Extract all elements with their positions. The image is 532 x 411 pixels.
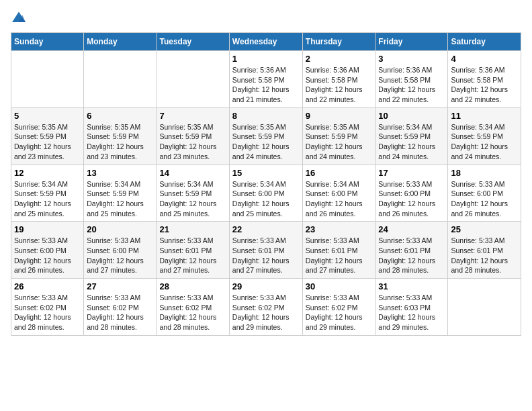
calendar-cell: 23Sunrise: 5:33 AM Sunset: 6:01 PM Dayli… [302,222,375,279]
day-info: Sunrise: 5:33 AM Sunset: 6:00 PM Dayligh… [451,179,518,219]
day-number: 13 [87,168,153,178]
day-number: 23 [306,224,373,234]
logo [11,11,30,24]
calendar-week-row: 12Sunrise: 5:34 AM Sunset: 5:59 PM Dayli… [11,165,521,222]
day-number: 22 [232,224,300,234]
day-number: 6 [87,111,153,121]
day-number: 27 [87,281,153,291]
day-info: Sunrise: 5:35 AM Sunset: 5:59 PM Dayligh… [87,122,153,162]
calendar-week-row: 26Sunrise: 5:33 AM Sunset: 6:02 PM Dayli… [11,279,521,336]
day-number: 9 [306,111,373,121]
day-info: Sunrise: 5:33 AM Sunset: 6:00 PM Dayligh… [378,179,445,219]
day-info: Sunrise: 5:35 AM Sunset: 5:59 PM Dayligh… [160,122,226,162]
day-number: 11 [451,111,518,121]
day-info: Sunrise: 5:36 AM Sunset: 5:58 PM Dayligh… [451,65,518,105]
day-info: Sunrise: 5:33 AM Sunset: 6:01 PM Dayligh… [451,236,518,275]
day-number: 30 [306,281,373,291]
logo-icon [11,11,27,24]
calendar-cell: 19Sunrise: 5:33 AM Sunset: 6:00 PM Dayli… [11,222,84,279]
calendar-cell: 24Sunrise: 5:33 AM Sunset: 6:01 PM Dayli… [375,222,448,279]
day-number: 5 [14,111,81,121]
day-info: Sunrise: 5:33 AM Sunset: 6:01 PM Dayligh… [160,236,226,275]
calendar-cell: 10Sunrise: 5:34 AM Sunset: 5:59 PM Dayli… [375,107,448,165]
calendar-cell: 17Sunrise: 5:33 AM Sunset: 6:00 PM Dayli… [375,165,448,222]
day-number: 28 [160,281,226,291]
day-number: 14 [160,168,226,178]
calendar-cell: 21Sunrise: 5:33 AM Sunset: 6:01 PM Dayli… [157,222,229,279]
calendar-cell: 11Sunrise: 5:34 AM Sunset: 5:59 PM Dayli… [448,107,521,165]
calendar-cell: 8Sunrise: 5:35 AM Sunset: 5:59 PM Daylig… [229,107,302,165]
calendar-cell: 2Sunrise: 5:36 AM Sunset: 5:58 PM Daylig… [302,51,375,108]
day-info: Sunrise: 5:33 AM Sunset: 6:01 PM Dayligh… [306,236,373,275]
day-info: Sunrise: 5:34 AM Sunset: 5:59 PM Dayligh… [451,122,518,162]
weekday-header: Sunday [11,33,84,51]
day-number: 17 [378,168,445,178]
day-number: 4 [451,54,518,64]
calendar-cell: 5Sunrise: 5:35 AM Sunset: 5:59 PM Daylig… [11,107,84,165]
calendar-cell: 16Sunrise: 5:34 AM Sunset: 6:00 PM Dayli… [302,165,375,222]
calendar-cell: 26Sunrise: 5:33 AM Sunset: 6:02 PM Dayli… [11,279,84,336]
day-info: Sunrise: 5:33 AM Sunset: 6:01 PM Dayligh… [378,236,445,275]
day-info: Sunrise: 5:35 AM Sunset: 5:59 PM Dayligh… [14,122,81,162]
calendar-table: SundayMondayTuesdayWednesdayThursdayFrid… [11,32,521,336]
page-header [11,11,521,24]
day-info: Sunrise: 5:34 AM Sunset: 5:59 PM Dayligh… [160,179,226,219]
day-info: Sunrise: 5:34 AM Sunset: 5:59 PM Dayligh… [14,179,81,219]
day-info: Sunrise: 5:33 AM Sunset: 6:03 PM Dayligh… [378,293,445,332]
day-number: 19 [14,224,81,234]
calendar-cell: 6Sunrise: 5:35 AM Sunset: 5:59 PM Daylig… [84,107,157,165]
day-number: 26 [14,281,81,291]
day-number: 24 [378,224,445,234]
weekday-header: Friday [375,33,448,51]
day-info: Sunrise: 5:33 AM Sunset: 6:00 PM Dayligh… [87,236,153,275]
calendar-cell: 18Sunrise: 5:33 AM Sunset: 6:00 PM Dayli… [448,165,521,222]
calendar-week-row: 19Sunrise: 5:33 AM Sunset: 6:00 PM Dayli… [11,222,521,279]
day-info: Sunrise: 5:35 AM Sunset: 5:59 PM Dayligh… [306,122,373,162]
day-info: Sunrise: 5:34 AM Sunset: 5:59 PM Dayligh… [87,179,153,219]
calendar-header-row: SundayMondayTuesdayWednesdayThursdayFrid… [11,33,521,51]
weekday-header: Saturday [448,33,521,51]
calendar-cell: 13Sunrise: 5:34 AM Sunset: 5:59 PM Dayli… [84,165,157,222]
day-number: 31 [378,281,445,291]
day-number: 10 [378,111,445,121]
day-info: Sunrise: 5:34 AM Sunset: 6:00 PM Dayligh… [306,179,373,219]
day-info: Sunrise: 5:33 AM Sunset: 6:02 PM Dayligh… [87,293,153,332]
calendar-cell: 25Sunrise: 5:33 AM Sunset: 6:01 PM Dayli… [448,222,521,279]
calendar-cell [84,51,157,108]
day-number: 29 [232,281,300,291]
day-info: Sunrise: 5:34 AM Sunset: 6:00 PM Dayligh… [232,179,300,219]
calendar-cell: 15Sunrise: 5:34 AM Sunset: 6:00 PM Dayli… [229,165,302,222]
calendar-cell: 28Sunrise: 5:33 AM Sunset: 6:02 PM Dayli… [157,279,229,336]
day-info: Sunrise: 5:33 AM Sunset: 6:00 PM Dayligh… [14,236,81,275]
day-info: Sunrise: 5:33 AM Sunset: 6:02 PM Dayligh… [14,293,81,332]
day-number: 8 [232,111,300,121]
calendar-cell [157,51,229,108]
day-number: 2 [306,54,373,64]
day-number: 20 [87,224,153,234]
day-number: 1 [232,54,300,64]
calendar-cell: 31Sunrise: 5:33 AM Sunset: 6:03 PM Dayli… [375,279,448,336]
calendar-week-row: 5Sunrise: 5:35 AM Sunset: 5:59 PM Daylig… [11,107,521,165]
day-info: Sunrise: 5:36 AM Sunset: 5:58 PM Dayligh… [306,65,373,105]
day-number: 15 [232,168,300,178]
day-info: Sunrise: 5:34 AM Sunset: 5:59 PM Dayligh… [378,122,445,162]
day-info: Sunrise: 5:36 AM Sunset: 5:58 PM Dayligh… [378,65,445,105]
calendar-cell: 29Sunrise: 5:33 AM Sunset: 6:02 PM Dayli… [229,279,302,336]
calendar-cell [448,279,521,336]
day-number: 18 [451,168,518,178]
calendar-week-row: 1Sunrise: 5:36 AM Sunset: 5:58 PM Daylig… [11,51,521,108]
weekday-header: Wednesday [229,33,302,51]
calendar-cell: 14Sunrise: 5:34 AM Sunset: 5:59 PM Dayli… [157,165,229,222]
day-info: Sunrise: 5:36 AM Sunset: 5:58 PM Dayligh… [232,65,300,105]
weekday-header: Monday [84,33,157,51]
calendar-cell: 4Sunrise: 5:36 AM Sunset: 5:58 PM Daylig… [448,51,521,108]
calendar-cell: 3Sunrise: 5:36 AM Sunset: 5:58 PM Daylig… [375,51,448,108]
day-number: 16 [306,168,373,178]
weekday-header: Thursday [302,33,375,51]
calendar-cell: 27Sunrise: 5:33 AM Sunset: 6:02 PM Dayli… [84,279,157,336]
day-info: Sunrise: 5:35 AM Sunset: 5:59 PM Dayligh… [232,122,300,162]
day-info: Sunrise: 5:33 AM Sunset: 6:01 PM Dayligh… [232,236,300,275]
calendar-cell [11,51,84,108]
calendar-cell: 20Sunrise: 5:33 AM Sunset: 6:00 PM Dayli… [84,222,157,279]
day-info: Sunrise: 5:33 AM Sunset: 6:02 PM Dayligh… [306,293,373,332]
